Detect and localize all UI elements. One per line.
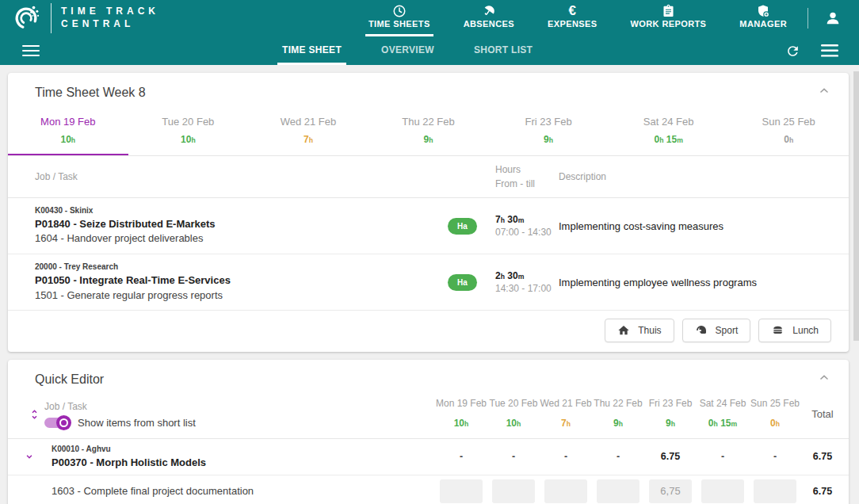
nav-label: MANAGER [739,19,787,29]
button-label: Lunch [792,325,819,336]
day-tab-mon[interactable]: Mon 19 Feb 10h [8,109,128,155]
hours-input-mon[interactable] [440,479,483,503]
entry-company: 20000 - Trey Research [35,262,448,273]
hours-input-thu[interactable] [597,479,639,503]
tab-short-list[interactable]: SHORT LIST [469,36,537,65]
timesheet-row[interactable]: 20000 - Trey Research P01050 - Integrate… [8,254,849,311]
entry-description: Implementing cost-saving measures [559,220,849,232]
timesheet-title: Time Sheet Week 8 [35,86,146,100]
hours-input-fri[interactable]: 6,75 [649,479,692,503]
day-tab-fri[interactable]: Fri 23 Feb 9h [488,109,609,155]
refresh-button[interactable] [785,44,800,59]
day-tab-sat[interactable]: Sat 24 Feb 0h 15m [609,109,729,155]
qe-column-tue: Tue 20 Feb 10h [487,396,540,432]
day-tab-thu[interactable]: Thu 22 Feb 9h [368,109,489,155]
nav-absences[interactable]: ABSENCES [460,0,517,36]
day-tab-sun[interactable]: Sun 25 Feb 0h [728,109,849,155]
umbrella-icon [482,4,496,18]
day-hours: 0h [784,134,793,145]
status-badge: Ha [448,218,477,235]
burger-icon [771,324,785,337]
day-tab-wed[interactable]: Wed 21 Feb 7h [248,109,368,155]
qe-value: - [592,451,644,462]
thuis-button[interactable]: Thuis [605,319,674,342]
timesheet-card: Time Sheet Week 8 Mon 19 Feb 10h Tue 20 … [8,73,849,352]
clipboard-icon [662,4,675,18]
brand[interactable]: TIME TRACK CENTRAL [11,3,159,33]
hamburger-icon [821,44,838,57]
chevron-up-icon[interactable] [817,371,831,388]
timesheet-table-header: Job / Task Hours From - till Description [8,156,849,198]
quick-add-buttons: Thuis Sport Lunch [8,311,849,352]
toggle-label: Show items from short list [78,417,196,429]
sport-button[interactable]: Sport [682,319,751,342]
nav-expenses[interactable]: € EXPENSES [544,0,601,36]
lunch-button[interactable]: Lunch [758,319,831,342]
entry-task: 1501 - Generate regular progress reports [35,288,448,304]
qe-row-total: 6.75 [801,451,844,462]
page-scrollbar[interactable] [853,67,859,504]
tab-time-sheet[interactable]: TIME SHEET [277,36,346,65]
day-hours: 9h [424,134,433,145]
status-badge: Ha [448,274,477,291]
tab-overview[interactable]: OVERVIEW [376,36,439,65]
header-top-row: TIME TRACK CENTRAL TIME SHEETS [0,0,859,36]
nav-manager[interactable]: MANAGER [736,0,790,36]
sort-icon[interactable] [24,407,44,422]
day-hours: 0h 15m [654,134,682,145]
entry-company: K00430 - Skinix [35,205,448,217]
app-header: TIME TRACK CENTRAL TIME SHEETS [0,0,859,65]
chevron-up-icon[interactable] [817,84,831,101]
column-total: Total [801,408,844,420]
hours-input-wed[interactable] [544,479,587,503]
day-hours: 10h [181,134,196,145]
day-date: Sat 24 Feb [609,116,729,128]
day-date: Mon 19 Feb [8,116,128,128]
qe-column-mon: Mon 19 Feb 10h [435,396,487,432]
day-date: Fri 23 Feb [488,116,609,128]
day-hours: 9h [544,134,553,145]
nav-label: WORK REPORTS [631,19,707,29]
euro-icon: € [569,4,576,18]
hours-input-sun[interactable] [754,479,796,503]
hamburger-menu-button[interactable] [22,45,40,56]
account-button[interactable] [821,6,845,30]
show-short-list-toggle[interactable] [44,418,70,428]
qe-column-sat: Sat 24 Feb 0h 15m [697,396,749,432]
column-hours: Hours [495,162,559,177]
qe-job-row[interactable]: K00010 - Aghvu P00370 - Morph Holistic M… [8,439,849,475]
entry-time-range: 07:00 - 14:30 [495,227,559,238]
brand-name: TIME TRACK CENTRAL [61,6,159,30]
qe-value: - [435,451,487,462]
header-sub-row: TIME SHEET OVERVIEW SHORT LIST [0,36,859,65]
hours-input-sat[interactable] [701,479,744,503]
column-job-task: Job / Task [8,170,448,184]
brand-line1: TIME TRACK [61,6,159,18]
day-tabs: Mon 19 Feb 10h Tue 20 Feb 10h Wed 21 Feb… [8,109,849,156]
day-tab-tue[interactable]: Tue 20 Feb 10h [128,109,249,155]
quick-editor-card: Quick Editor Job / Task Show items from … [8,360,849,504]
nav-time-sheets[interactable]: TIME SHEETS [365,0,433,36]
hours-input-tue[interactable] [492,479,535,503]
qe-task-label: 1603 - Complete final project documentat… [44,485,435,497]
nav-label: ABSENCES [464,19,514,29]
day-hours: 10h [60,134,75,145]
person-icon [824,10,842,27]
header-divider [807,8,808,29]
scrollbar-thumb[interactable] [853,71,859,341]
entry-duration: 7h 30m [495,214,559,225]
nav-work-reports[interactable]: WORK REPORTS [628,0,710,36]
qe-column-thu: Thu 22 Feb 9h [592,396,644,432]
quick-editor-header: Job / Task Show items from short list Mo… [8,396,849,439]
qe-value: - [697,451,749,462]
entry-description: Implementing employee wellness programs [559,277,849,288]
clock-icon [392,4,407,18]
day-date: Wed 21 Feb [248,116,368,128]
overflow-menu-button[interactable] [821,44,838,57]
timesheet-row[interactable]: K00430 - Skinix P01840 - Seize Distribut… [8,198,849,254]
day-date: Thu 22 Feb [368,116,489,128]
qe-project: P00370 - Morph Holistic Models [52,455,435,471]
qe-column-fri: Fri 23 Feb 9h [644,396,697,432]
main-nav: TIME SHEETS ABSENCES € EXPENSES [365,0,790,36]
chevron-down-icon[interactable] [24,451,44,462]
